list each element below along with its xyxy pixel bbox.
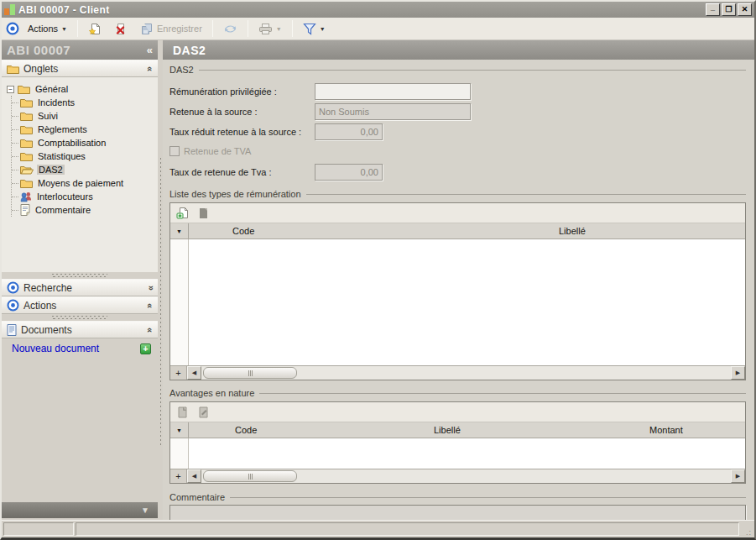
column-header-montant[interactable]: Montant [628, 422, 745, 438]
scroll-left-button[interactable]: ◀ [187, 469, 201, 483]
record-id-title: ABI 00007 [7, 43, 147, 57]
scrollbar-track[interactable] [201, 366, 731, 380]
selector-arrow-icon: ▼ [176, 427, 182, 433]
chevron-up-icon: « [145, 302, 155, 307]
grid-append-button[interactable]: + [170, 366, 187, 380]
chevron-down-icon: « [145, 285, 155, 290]
note-icon [20, 204, 30, 216]
types-remuneration-grid: ▼ Code Libellé + ◀ ▶ [169, 202, 746, 380]
grid-delete-row-button[interactable] [196, 206, 211, 221]
sidebar-footer-bar[interactable]: ▼ [2, 502, 158, 518]
taux-tva-label: Taux de retenue de Tva : [169, 167, 315, 177]
tree-node-comptabilisation[interactable]: Comptabilisation [20, 136, 156, 149]
taux-tva-input[interactable] [315, 164, 383, 181]
delete-record-button[interactable] [109, 20, 133, 38]
retenue-source-label: Retenue à la source : [169, 107, 315, 117]
maximize-button[interactable]: ❐ [722, 3, 736, 16]
scroll-left-button[interactable]: ◀ [187, 366, 201, 380]
collapse-sidebar-button[interactable]: « [147, 44, 153, 56]
scroll-right-button[interactable]: ▶ [731, 469, 745, 483]
sidebar-splitter-handle[interactable] [2, 272, 158, 279]
new-record-button[interactable] [83, 20, 107, 38]
scrollbar-thumb[interactable] [203, 470, 297, 482]
grid-append-button[interactable]: + [170, 469, 187, 483]
bullseye-icon [5, 21, 20, 36]
status-panel-left [3, 522, 74, 536]
grid-toolbar [170, 402, 745, 422]
grid-add-row-button[interactable] [175, 206, 190, 221]
panel-header-actions[interactable]: Actions « [2, 296, 158, 314]
status-panel-main [76, 522, 739, 536]
panel-header-documents[interactable]: Documents « [2, 321, 158, 338]
grid-body [170, 239, 745, 365]
app-logo-icon [4, 4, 15, 15]
retenue-source-input[interactable] [315, 103, 471, 120]
chevron-down-icon: ▼ [61, 26, 67, 32]
minimize-button[interactable]: _ [706, 3, 720, 16]
folder-icon [20, 178, 33, 188]
row-selector-header[interactable]: ▼ [170, 422, 189, 438]
toolbar-separator [212, 20, 213, 37]
page-title: DAS2 [173, 44, 206, 57]
tree-node-reglements[interactable]: Règlements [20, 123, 156, 136]
das2-form: Rémunération privilégiée : Retenue à la … [169, 76, 746, 187]
actions-menu-button[interactable]: Actions ▼ [23, 21, 72, 36]
tree-node-das2[interactable]: DAS2 [20, 163, 156, 176]
chevron-down-icon: ▼ [276, 26, 282, 32]
sidebar: ABI 00007 « Onglets « − Général [2, 40, 158, 520]
column-header-libelle[interactable]: Libellé [393, 422, 628, 438]
filter-button[interactable]: ▼ [298, 20, 331, 38]
new-document-row: Nouveau document + [2, 338, 158, 357]
avantages-grid: ▼ Code Libellé Montant + ◀ ▶ [169, 401, 746, 484]
tree-node-incidents[interactable]: Incidents [20, 96, 156, 109]
scrollbar-thumb[interactable] [203, 367, 297, 379]
column-header-libelle[interactable]: Libellé [503, 223, 745, 239]
new-document-link[interactable]: Nouveau document [12, 343, 140, 354]
row-selector-header[interactable]: ▼ [170, 223, 189, 239]
scrollbar-track[interactable] [201, 469, 731, 483]
scroll-right-button[interactable]: ▶ [731, 366, 745, 380]
selector-arrow-icon: ▼ [176, 228, 182, 234]
chevron-up-icon: « [145, 327, 155, 332]
taux-reduit-label: Taux réduit retenue à la source : [169, 127, 315, 137]
sidebar-splitter-handle[interactable] [2, 314, 158, 321]
panel-label: Onglets [23, 63, 143, 75]
column-header-code[interactable]: Code [189, 223, 503, 239]
close-button[interactable]: ✕ [738, 3, 752, 16]
tree-node-general[interactable]: − Général [7, 82, 156, 96]
main-header: DAS2 [163, 40, 754, 60]
panel-label: Actions [23, 300, 143, 312]
new-page-star-icon [88, 23, 102, 35]
tree-node-statistiques[interactable]: Statistiques [20, 149, 156, 163]
tree-expander-icon[interactable]: − [7, 86, 14, 93]
bullseye-icon [7, 281, 19, 294]
tree-node-moyens-de-paiement[interactable]: Moyens de paiement [20, 176, 156, 190]
retenue-tva-checkbox[interactable] [169, 146, 180, 156]
panel-header-onglets[interactable]: Onglets « [2, 60, 158, 77]
panel-header-recherche[interactable]: Recherche « [2, 279, 158, 296]
tree-node-interlocuteurs[interactable]: Interlocuteurs [20, 190, 156, 203]
grid-header: ▼ Code Libellé [170, 223, 745, 239]
remuneration-input[interactable] [315, 83, 471, 100]
folder-icon [18, 84, 30, 94]
save-button[interactable]: Enregistrer [135, 20, 207, 38]
refresh-button[interactable] [218, 20, 242, 38]
tree-node-label: Général [34, 84, 70, 94]
chevron-down-icon: ▼ [141, 506, 149, 515]
chevron-up-icon: « [145, 66, 155, 71]
main-panel: DAS2 DAS2 Rémunération privilégiée : Ret… [163, 40, 754, 520]
resize-grip[interactable]: .: [741, 522, 753, 536]
folder-icon [20, 124, 33, 134]
column-header-code[interactable]: Code [189, 422, 393, 438]
grid-edit-row-button-disabled[interactable] [196, 405, 211, 420]
tree-node-commentaire[interactable]: Commentaire [20, 203, 156, 217]
status-bar: .: [2, 520, 754, 537]
add-document-button[interactable]: + [140, 343, 151, 354]
grid-add-row-button-disabled[interactable] [175, 405, 190, 420]
taux-reduit-input[interactable] [315, 123, 383, 140]
print-button[interactable]: ▼ [253, 20, 287, 38]
title-bar[interactable]: ABI 00007 - Client _ ❐ ✕ [2, 2, 754, 18]
panel-label: Documents [21, 324, 143, 336]
tree-node-suivi[interactable]: Suivi [20, 109, 156, 123]
document-icon [7, 324, 17, 336]
